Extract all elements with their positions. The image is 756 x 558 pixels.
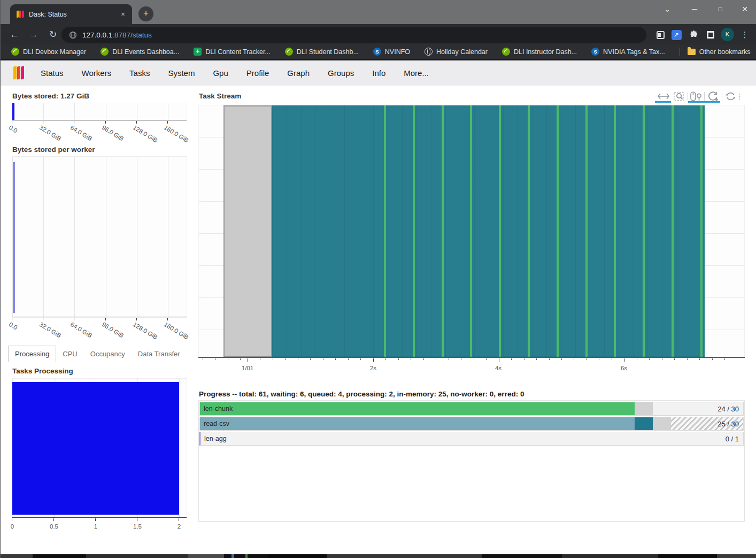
window-minimize-button[interactable]: ─ [686, 3, 703, 15]
nav-item-info[interactable]: Info [372, 68, 385, 78]
active-tool-underline [688, 101, 720, 103]
new-tab-button[interactable]: + [138, 6, 153, 21]
bookmark-holiday-calendar[interactable]: Holiday Calendar [425, 48, 488, 56]
bytes-per-worker-plot[interactable] [12, 156, 187, 318]
bookmark-dli-events-dashboard[interactable]: DLI Events Dashboa... [101, 48, 179, 56]
axis-tick-label: 1/01 [242, 365, 253, 371]
bytes-per-worker-bar [13, 162, 15, 313]
task-stream-green-marks [384, 105, 705, 357]
nvidia-green-icon [502, 48, 510, 56]
bookmark-nvidia-tags[interactable]: SNVIDIA Tags & Tax... [591, 48, 665, 56]
forward-button[interactable]: → [27, 28, 40, 41]
progress-task-count: 0 / 1 [726, 432, 739, 446]
progress-fill-done [200, 417, 635, 430]
nvidia-green-icon [101, 48, 109, 56]
axis-tick-label: 0.0 [8, 321, 19, 331]
folder-icon [688, 49, 696, 55]
nav-item-status[interactable]: Status [41, 68, 64, 78]
axis-tick-label: 96.0 GiB [101, 124, 125, 142]
progress-fill-processing [653, 417, 672, 430]
extensions-puzzle-icon[interactable] [687, 28, 700, 42]
active-tool-underline [655, 101, 671, 103]
window-close-button[interactable]: ✕ [737, 3, 753, 15]
nav-item-system[interactable]: System [168, 68, 195, 78]
progress-task-name: len-chunk [204, 402, 233, 416]
other-bookmarks-button[interactable]: Other bookmarks [680, 48, 751, 56]
bytes-stored-bar [12, 103, 14, 120]
extension-square-button[interactable] [704, 28, 717, 42]
cross-square-icon: + [194, 48, 202, 56]
nav-item-graph[interactable]: Graph [287, 68, 310, 78]
bookmark-dli-devbox-manager[interactable]: DLI Devbox Manager [11, 48, 86, 56]
side-panel-button[interactable] [654, 28, 667, 42]
bytes-per-worker-title: Bytes stored per worker [12, 146, 95, 154]
axis-tick-label: 160.0 GiB [163, 321, 190, 341]
task-stream-axis [198, 357, 745, 358]
progress-task-count: 24 / 30 [718, 402, 739, 416]
bookmark-dli-instructor-dashboard[interactable]: DLI Instructor Dash... [502, 48, 577, 56]
axis-tick-label: 128.0 GiB [132, 124, 159, 144]
axis-tick-label: 0 [11, 523, 14, 530]
dask-favicon [17, 11, 24, 18]
bookmark-dli-student-dashboard[interactable]: DLI Student Dashb... [285, 48, 359, 56]
tab-processing[interactable]: Processing [8, 346, 56, 362]
task-stream-compute-block [272, 105, 705, 357]
progress-task-name: read-csv [204, 417, 229, 431]
window-maximize-button[interactable]: □ [712, 3, 728, 15]
tasks-processing-plot[interactable] [12, 378, 187, 518]
bookmark-dli-content-tracker[interactable]: +DLI Content Tracker... [194, 48, 271, 56]
axis-tick-label: 1.5 [133, 523, 142, 530]
task-stream-plot[interactable] [198, 105, 745, 357]
browser-tab[interactable]: Dask: Status × [10, 4, 132, 24]
progress-row-len-chunk: len-chunk 24 / 30 [199, 402, 744, 416]
progress-fill-executing [635, 417, 653, 430]
nav-item-groups[interactable]: Groups [328, 68, 354, 78]
bookmark-nvinfo[interactable]: SNVINFO [373, 48, 410, 56]
bookmarks-separator [680, 48, 680, 56]
profile-avatar[interactable]: K [721, 28, 734, 41]
tab-data-transfer[interactable]: Data Transfer [132, 346, 187, 362]
axis-tick-label: 32.0 GiB [38, 124, 63, 142]
progress-panel: len-chunk 24 / 30 read-csv 25 / 30 len-a… [198, 400, 745, 522]
progress-row-len-agg: len-agg 0 / 1 [199, 432, 744, 446]
nvidia-green-icon [11, 48, 19, 56]
axis-tick-label: 2s [370, 365, 376, 371]
url-host: 127.0.0.1 [82, 31, 112, 39]
axis-tick-label: 1 [94, 523, 97, 530]
tab-occupancy[interactable]: Occupancy [84, 346, 132, 362]
bokeh-menu-kebab-icon[interactable]: ⋮ [736, 90, 743, 103]
axis-tick-label: 4s [495, 365, 502, 371]
reset-tool-icon[interactable] [724, 90, 737, 103]
nav-item-workers[interactable]: Workers [82, 68, 112, 78]
reload-button[interactable]: ↻ [47, 28, 59, 41]
browser-menu-kebab-icon[interactable]: ⋮ [740, 27, 749, 42]
bookmarks-bar: DLI Devbox Manager DLI Events Dashboa...… [1, 44, 756, 59]
bytes-stored-title: Bytes stored: 1.27 GiB [12, 92, 89, 100]
toolbar-separator [704, 92, 705, 101]
nav-item-more[interactable]: More... [404, 68, 429, 78]
tab-cpu[interactable]: CPU [56, 346, 83, 362]
nav-item-tasks[interactable]: Tasks [129, 68, 150, 78]
dask-logo [13, 66, 24, 79]
bytes-stored-plot[interactable] [12, 103, 187, 121]
progress-task-name: len-agg [204, 432, 227, 446]
task-stream-gray-block [223, 105, 272, 357]
nav-item-profile[interactable]: Profile [246, 68, 269, 78]
nav-item-gpu[interactable]: Gpu [213, 68, 228, 78]
axis-tick-label: 64.0 GiB [70, 321, 94, 339]
site-globe-icon[interactable] [69, 31, 77, 39]
axis-tick-label: 96.0 GiB [101, 321, 125, 339]
tab-close-icon[interactable]: × [118, 10, 128, 19]
sharepoint-icon: S [373, 48, 381, 56]
axis-tick-label: 6s [621, 365, 627, 371]
axis-tick-label: 2 [178, 523, 181, 530]
windows-taskbar-sliver [1, 554, 756, 558]
task-stream-title: Task Stream [199, 92, 241, 100]
box-zoom-tool-icon[interactable] [673, 90, 686, 103]
axis-tick-label: 0.5 [50, 523, 58, 530]
extension-arrow-button[interactable]: ↗ [670, 28, 683, 42]
nvidia-green-icon [285, 48, 293, 56]
address-bar[interactable]: 127.0.0.1:8787/status [61, 27, 646, 43]
back-button[interactable]: ← [8, 28, 21, 41]
window-restore-down-button[interactable]: ⌄ [659, 3, 675, 15]
